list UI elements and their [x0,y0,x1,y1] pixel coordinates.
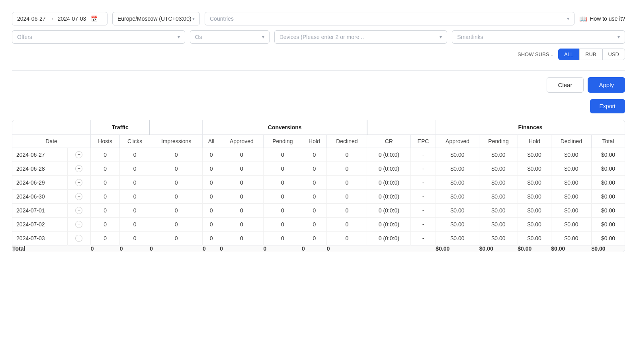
page-wrapper: 2024-06-27 → 2024-07-03 📅 Europe/Moscow … [0,0,637,364]
row-expand[interactable]: + [67,232,90,245]
row-fin-approved: $0.00 [436,162,479,176]
group-header-row: Traffic Conversions Finances [12,120,625,135]
row-fin-declined: $0.00 [551,232,591,245]
row-clicks: 0 [120,204,150,218]
row-expand[interactable]: + [67,148,90,162]
row-cr: 0 (0:0:0) [367,232,411,245]
date-range-picker[interactable]: 2024-06-27 → 2024-07-03 📅 [12,12,107,25]
row-cr: 0 (0:0:0) [367,176,411,190]
col-declined: Declined [327,135,367,148]
row-hosts: 0 [91,162,120,176]
row-fin-hold: $0.00 [518,190,551,204]
row-hold: 0 [302,148,327,162]
row-fin-declined: $0.00 [551,148,591,162]
row-approved: 0 [220,218,263,232]
smartlinks-dropdown[interactable]: Smartlinks ▾ [452,30,625,44]
row-fin-declined: $0.00 [551,190,591,204]
col-epc: EPC [411,135,436,148]
row-fin-approved: $0.00 [436,232,479,245]
chevron-down-icon: ▾ [178,34,180,40]
data-table-container: Traffic Conversions Finances Date Hosts … [12,120,625,252]
row-clicks: 0 [120,162,150,176]
countries-dropdown[interactable]: Countries ▾ [205,12,574,25]
row-hold: 0 [302,176,327,190]
row-epc: - [411,218,436,232]
col-hosts: Hosts [91,135,120,148]
devices-dropdown[interactable]: Devices (Please enter 2 or more .. ▾ [274,30,447,44]
row-fin-hold: $0.00 [518,162,551,176]
row-epc: - [411,162,436,176]
os-placeholder: Os [195,34,202,40]
total-clicks: 0 [120,245,150,252]
table-row: 2024-07-03 + 0 0 0 0 0 0 0 0 0 (0:0:0) -… [12,232,625,245]
export-button[interactable]: Export [590,99,625,113]
row-expand[interactable]: + [67,190,90,204]
row-date: 2024-07-03 [12,232,67,245]
expand-icon[interactable]: + [75,165,82,172]
total-declined: 0 [327,245,367,252]
row-declined: 0 [327,148,367,162]
show-subs-label: SHOW SUBS [518,51,549,57]
smartlinks-placeholder: Smartlinks [457,34,483,40]
row-pending: 0 [264,148,302,162]
expand-icon[interactable]: + [75,193,82,200]
row-expand[interactable]: + [67,218,90,232]
row-declined: 0 [327,190,367,204]
row-fin-approved: $0.00 [436,190,479,204]
os-dropdown[interactable]: Os ▾ [190,30,270,44]
row-hold: 0 [302,232,327,245]
row-date: 2024-06-27 [12,148,67,162]
row-fin-pending: $0.00 [479,176,518,190]
row-fin-pending: $0.00 [479,232,518,245]
row-expand[interactable]: + [67,162,90,176]
row-expand[interactable]: + [67,176,90,190]
row-cr: 0 (0:0:0) [367,204,411,218]
currency-all-button[interactable]: ALL [558,49,579,60]
expand-icon[interactable]: + [75,235,82,242]
row-pending: 0 [264,190,302,204]
col-fin-total: Total [592,135,625,148]
currency-usd-button[interactable]: USD [602,49,625,60]
how-to-use-link[interactable]: 📖 How to use it? [579,15,625,23]
devices-placeholder: Devices (Please enter 2 or more .. [279,34,364,40]
offers-dropdown[interactable]: Offers ▾ [12,30,185,44]
col-cr: CR [367,135,411,148]
row-pending: 0 [264,176,302,190]
row-clicks: 0 [120,218,150,232]
row-impressions: 0 [150,162,203,176]
col-fin-approved: Approved [436,135,479,148]
row-fin-pending: $0.00 [479,190,518,204]
table-footer: Total 0 0 0 0 0 0 0 0 $0.00 $0.00 $0.00 … [12,245,625,252]
countries-placeholder: Countries [210,16,234,22]
expand-icon[interactable]: + [75,207,82,214]
currency-rub-button[interactable]: RUB [579,49,602,60]
clear-button[interactable]: Clear [547,77,584,93]
col-date: Date [12,135,91,148]
row-expand[interactable]: + [67,204,90,218]
chevron-down-icon: ▾ [440,34,442,40]
apply-button[interactable]: Apply [588,77,625,93]
date-value: 2024-06-27 [16,152,45,158]
col-all: All [203,135,220,148]
row-cr: 0 (0:0:0) [367,148,411,162]
divider [12,70,625,71]
data-table: Traffic Conversions Finances Date Hosts … [12,120,625,252]
group-finances: Finances [436,120,625,135]
row-hosts: 0 [91,232,120,245]
timezone-dropdown[interactable]: Europe/Moscow (UTC+03:00) ▾ [112,12,200,25]
row-all: 0 [203,204,220,218]
expand-icon[interactable]: + [75,179,82,186]
show-subs-toggle[interactable]: SHOW SUBS ↓ [518,51,553,57]
timezone-value: Europe/Moscow (UTC+03:00) [117,16,191,22]
row-impressions: 0 [150,148,203,162]
calendar-icon: 📅 [91,16,98,22]
expand-icon[interactable]: + [75,221,82,228]
expand-icon[interactable]: + [75,151,82,158]
col-clicks: Clicks [120,135,150,148]
row-approved: 0 [220,232,263,245]
total-row: Total 0 0 0 0 0 0 0 0 $0.00 $0.00 $0.00 … [12,245,625,252]
row-epc: - [411,176,436,190]
chevron-down-icon: ▾ [262,34,264,40]
row-all: 0 [203,148,220,162]
chevron-down-icon: ▾ [567,16,569,21]
